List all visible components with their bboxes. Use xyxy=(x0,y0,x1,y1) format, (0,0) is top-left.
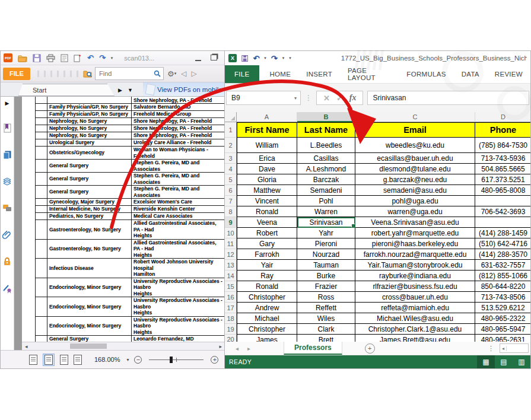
tab-scroll-right-icon[interactable]: ▶ xyxy=(118,87,122,93)
cell-A17[interactable]: Andrew xyxy=(237,303,297,313)
sheet-tab-professors[interactable]: Professors xyxy=(284,342,342,355)
cell-D19[interactable]: 480-965-5947 xyxy=(475,324,530,335)
redo-icon[interactable]: ↷ xyxy=(99,54,106,62)
cell-B11[interactable]: Pieroni xyxy=(297,238,355,249)
cell-B19[interactable]: Clark xyxy=(297,324,355,335)
pdf-horizontal-scrollbar[interactable]: ◂ ▸ xyxy=(22,342,225,350)
continuous-view-button[interactable] xyxy=(43,354,55,366)
cell-B3[interactable]: Casillas xyxy=(297,153,355,164)
tab-start[interactable]: Start xyxy=(18,84,115,96)
comments-icon[interactable] xyxy=(2,203,12,213)
row-header-5[interactable]: 5 xyxy=(225,174,237,185)
cell-B2[interactable]: L.Beedles xyxy=(297,138,355,153)
cell-C20[interactable]: James.Brett@asu.edu xyxy=(355,335,475,342)
column-header-D[interactable]: D xyxy=(475,112,530,122)
sheetbar-dots-icon[interactable]: ⋮ xyxy=(488,345,494,352)
cell-B5[interactable]: Barczak xyxy=(297,174,355,185)
gear-icon[interactable]: ⚙ xyxy=(167,69,174,78)
cell-D18[interactable]: 480-965-2322 xyxy=(475,313,530,324)
next-view-icon[interactable]: ▷ xyxy=(191,69,196,78)
cell-A2[interactable]: William xyxy=(237,138,297,153)
cell-D4[interactable]: 504.865.5665 xyxy=(475,164,530,174)
cell-B17[interactable]: Reffett xyxy=(297,303,355,313)
toolbar-more-icon[interactable]: ▾ xyxy=(111,56,113,61)
cell-A1[interactable]: First Name xyxy=(237,122,297,138)
attachment-icon[interactable] xyxy=(2,230,12,240)
gear-dropdown-icon[interactable]: ▾ xyxy=(174,71,177,76)
insert-function-icon[interactable]: fx xyxy=(349,93,357,103)
facing-view-icon[interactable] xyxy=(60,355,68,365)
zoom-slider[interactable] xyxy=(149,359,204,360)
zoom-out-button[interactable]: − xyxy=(134,356,142,364)
cell-D7[interactable] xyxy=(475,196,530,206)
cell-A11[interactable]: Gary xyxy=(237,238,297,249)
sidebar-expand-icon[interactable]: ▶ xyxy=(5,100,9,106)
formula-bar-input[interactable]: Srinivasan xyxy=(367,91,529,105)
security-lock-icon[interactable] xyxy=(2,257,12,266)
cell-D5[interactable]: 617.373.5251 xyxy=(475,174,530,185)
row-header-12[interactable]: 12 xyxy=(225,249,237,260)
cell-D13[interactable]: 631-632-7557 xyxy=(475,260,530,271)
cell-B9[interactable]: Srinivasan xyxy=(297,217,355,228)
cell-C16[interactable]: cross@bauer.uh.edu xyxy=(355,292,475,303)
name-box-dropdown-icon[interactable]: ▾ xyxy=(294,96,297,101)
cell-C15[interactable]: rlfrazier@business.fsu.edu xyxy=(355,281,475,292)
zoom-slider-thumb[interactable] xyxy=(170,357,173,363)
cell-C12[interactable]: farrokh.nourzad@marquette.edu xyxy=(355,249,475,260)
cell-C17[interactable]: reffeta@miamioh.edu xyxy=(355,303,475,313)
row-header-20[interactable]: 20 xyxy=(225,335,237,342)
cell-B14[interactable]: Burke xyxy=(297,271,355,281)
bookmarks-icon[interactable] xyxy=(2,123,12,133)
single-page-view-icon[interactable] xyxy=(29,355,37,365)
cell-B1[interactable]: Last Name xyxy=(297,122,355,138)
search-folder-icon[interactable] xyxy=(83,69,93,78)
row-header-3[interactable]: 3 xyxy=(225,153,237,164)
hscroll-left-icon[interactable]: ◂ xyxy=(500,346,507,351)
cell-A6[interactable]: Matthew xyxy=(237,185,297,196)
minimize-icon[interactable] xyxy=(195,55,201,61)
redo-dropdown-icon[interactable]: ▾ xyxy=(282,56,285,61)
search-icon[interactable] xyxy=(154,70,161,77)
ribbon-tab-file[interactable]: FILE xyxy=(225,65,259,83)
email-note-icon[interactable] xyxy=(61,54,68,62)
row-header-8[interactable]: 8 xyxy=(225,206,237,217)
normal-view-icon[interactable]: ▦ xyxy=(477,355,495,368)
open-folder-icon[interactable] xyxy=(18,54,27,62)
page-break-view-icon[interactable]: ▥ xyxy=(513,355,530,368)
cell-D3[interactable]: 713-743-5936 xyxy=(475,153,530,164)
scrollbar-thumb[interactable] xyxy=(70,343,107,349)
ribbon-tab-page-layout[interactable]: PAGE LAYOUT xyxy=(340,65,399,83)
cell-D16[interactable]: 713-743-8506 xyxy=(475,292,530,303)
select-all-corner[interactable] xyxy=(225,112,237,122)
name-box[interactable]: B9 ▾ xyxy=(226,91,301,105)
cell-B15[interactable]: Frazier xyxy=(297,281,355,292)
cell-D14[interactable]: (812) 855-1066 xyxy=(475,271,530,281)
add-sheet-button[interactable]: + xyxy=(365,343,375,354)
cell-C1[interactable]: Email xyxy=(355,122,475,138)
row-header-19[interactable]: 19 xyxy=(225,324,237,335)
cell-D8[interactable]: 706-542-3693 xyxy=(475,206,530,217)
cell-A4[interactable]: Dave xyxy=(237,164,297,174)
mobile-promo-banner[interactable]: View PDFs on mobile devi xyxy=(143,82,225,96)
cell-B10[interactable]: Yahr xyxy=(297,228,355,238)
column-header-C[interactable]: C xyxy=(355,112,475,122)
row-header-9[interactable]: 9 xyxy=(225,217,237,228)
cell-D2[interactable]: (785) 864-7530 xyxy=(475,138,530,153)
cell-D17[interactable]: 513.529.6212 xyxy=(475,303,530,313)
hscroll-thumb[interactable] xyxy=(507,344,528,352)
cell-D9[interactable] xyxy=(475,217,530,228)
cell-D12[interactable]: (414) 288-3570 xyxy=(475,249,530,260)
layers-icon[interactable] xyxy=(2,177,12,186)
continuous-facing-view-icon[interactable] xyxy=(74,355,82,365)
undo-icon[interactable]: ↶ xyxy=(253,55,259,62)
qat-customize-icon[interactable]: ▾ xyxy=(289,56,291,61)
cell-A16[interactable]: Christopher xyxy=(237,292,297,303)
cell-A15[interactable]: Ronald xyxy=(237,281,297,292)
cell-C8[interactable]: warren@uga.edu xyxy=(355,206,475,217)
find-input[interactable] xyxy=(98,69,154,78)
cell-B20[interactable]: Brett xyxy=(297,335,355,342)
cell-C11[interactable]: pieroni@haas.berkeley.edu xyxy=(355,238,475,249)
cell-D20[interactable]: 480-965-2631 xyxy=(475,335,530,342)
sheet-next-icon[interactable]: ▸ xyxy=(247,345,250,352)
cell-C18[interactable]: Michael.Wiles@asu.edu xyxy=(355,313,475,324)
